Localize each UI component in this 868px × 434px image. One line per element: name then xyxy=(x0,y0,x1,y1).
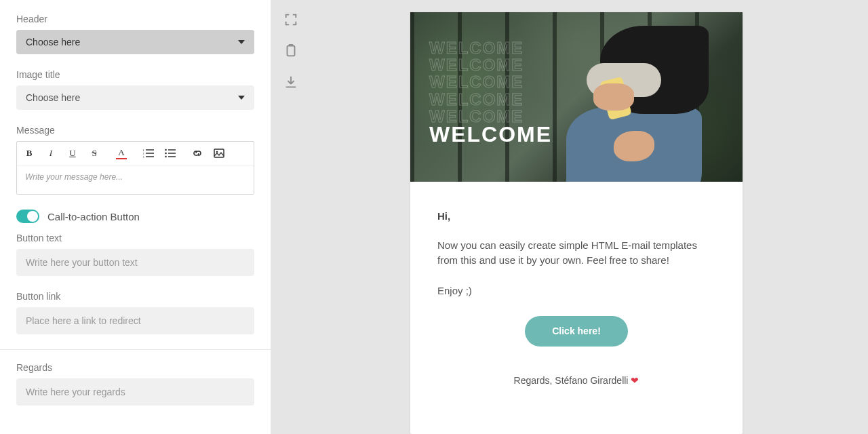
header-select[interactable]: Choose here xyxy=(16,30,254,54)
email-regards: Regards, Stéfano Girardelli ❤ xyxy=(437,374,715,388)
hero-person-illustration xyxy=(539,26,688,182)
welcome-outline-1: WELCOME xyxy=(429,39,552,56)
regards-input[interactable] xyxy=(16,378,254,406)
italic-button[interactable]: I xyxy=(45,148,56,159)
button-text-field: Button text xyxy=(16,233,254,276)
cta-toggle[interactable] xyxy=(16,210,39,223)
preview-canvas: WELCOME WELCOME WELCOME WELCOME WELCOME … xyxy=(312,0,868,434)
header-label: Header xyxy=(16,14,254,24)
regards-label: Regards xyxy=(16,362,254,373)
clipboard-icon[interactable] xyxy=(283,43,300,60)
heart-icon: ❤ xyxy=(631,375,639,386)
button-text-input[interactable] xyxy=(16,249,254,276)
welcome-solid: WELCOME xyxy=(429,123,552,145)
bold-button[interactable]: B xyxy=(24,148,35,159)
section-divider xyxy=(0,349,271,350)
strikethrough-button[interactable]: S xyxy=(89,148,100,159)
fullscreen-icon[interactable] xyxy=(283,12,300,28)
svg-text:3: 3 xyxy=(143,155,144,158)
email-message-2: Enjoy ;) xyxy=(437,283,715,299)
image-title-select[interactable]: Choose here xyxy=(16,85,254,110)
regards-field: Regards xyxy=(16,362,254,406)
preview-tools xyxy=(271,0,312,434)
header-field: Header Choose here xyxy=(16,14,254,54)
email-greeting: Hi, xyxy=(437,209,715,224)
button-link-input[interactable] xyxy=(16,307,254,334)
svg-point-3 xyxy=(165,149,167,151)
email-cta-wrap: Click here! xyxy=(437,316,715,347)
email-preview: WELCOME WELCOME WELCOME WELCOME WELCOME … xyxy=(410,12,743,434)
svg-point-5 xyxy=(165,156,167,158)
download-icon[interactable] xyxy=(283,75,300,91)
chevron-down-icon xyxy=(238,96,245,100)
welcome-outline-4: WELCOME xyxy=(429,91,552,108)
image-title-label: Image title xyxy=(16,69,254,80)
email-message-1: Now you can easily create simple HTML E-… xyxy=(437,238,715,269)
welcome-outline-3: WELCOME xyxy=(429,73,552,90)
welcome-outline-2: WELCOME xyxy=(429,56,552,73)
preview-area: WELCOME WELCOME WELCOME WELCOME WELCOME … xyxy=(271,0,868,434)
cta-toggle-label: Call-to-action Button xyxy=(47,211,140,222)
button-link-label: Button link xyxy=(16,291,254,302)
svg-point-7 xyxy=(216,151,218,153)
settings-sidebar: Header Choose here Image title Choose he… xyxy=(0,0,271,434)
svg-point-4 xyxy=(165,153,167,155)
message-field: Message B I U S A 123 xyxy=(16,125,254,195)
chevron-down-icon xyxy=(238,40,245,44)
email-regards-text: Regards, Stéfano Girardelli xyxy=(514,375,629,386)
link-icon[interactable] xyxy=(192,149,203,158)
header-select-value: Choose here xyxy=(26,37,80,47)
text-color-button[interactable]: A xyxy=(116,147,127,159)
image-icon[interactable] xyxy=(214,149,224,158)
button-link-field: Button link xyxy=(16,291,254,334)
hero-welcome-text: WELCOME WELCOME WELCOME WELCOME WELCOME … xyxy=(429,39,552,145)
email-hero: WELCOME WELCOME WELCOME WELCOME WELCOME … xyxy=(410,12,743,182)
svg-rect-8 xyxy=(288,46,295,56)
image-title-field: Image title Choose here xyxy=(16,69,254,110)
unordered-list-icon[interactable] xyxy=(165,149,176,158)
email-cta-button[interactable]: Click here! xyxy=(525,316,628,347)
cta-toggle-row: Call-to-action Button xyxy=(16,210,254,223)
email-body: Hi, Now you can easily create simple HTM… xyxy=(410,182,743,408)
image-title-select-value: Choose here xyxy=(26,92,80,103)
message-textarea[interactable]: Write your message here... xyxy=(17,165,254,194)
button-text-label: Button text xyxy=(16,233,254,243)
svg-rect-6 xyxy=(214,149,224,157)
message-editor: B I U S A 123 Write your message here... xyxy=(16,141,254,195)
ordered-list-icon[interactable]: 123 xyxy=(143,149,154,158)
underline-button[interactable]: U xyxy=(67,148,78,159)
message-label: Message xyxy=(16,125,254,136)
rte-toolbar: B I U S A 123 xyxy=(17,142,254,165)
